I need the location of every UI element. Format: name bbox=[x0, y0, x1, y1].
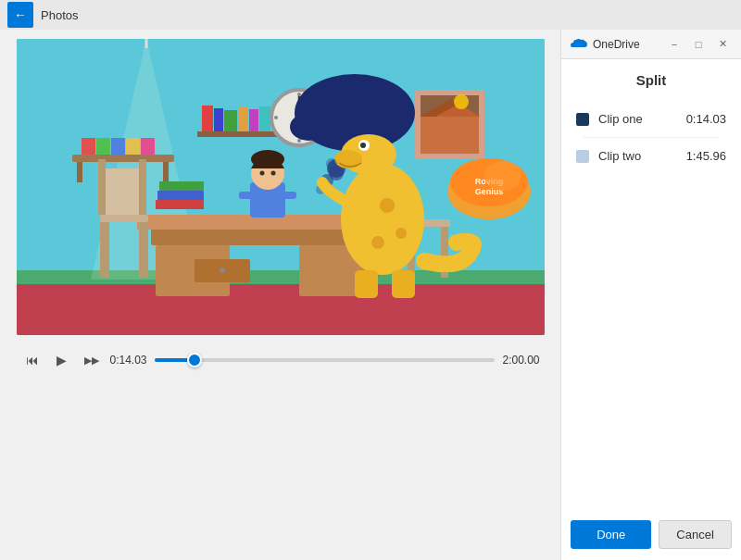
app-title: Photos bbox=[41, 8, 78, 22]
svg-rect-62 bbox=[239, 192, 253, 199]
svg-point-72 bbox=[371, 236, 384, 249]
rewind-icon: ⏮ bbox=[26, 353, 39, 367]
clip-item-2: Clip two 1:45.96 bbox=[572, 142, 730, 170]
svg-rect-13 bbox=[197, 131, 281, 137]
svg-rect-73 bbox=[355, 270, 378, 298]
onedrive-icon bbox=[569, 38, 587, 51]
title-bar: ← Photos bbox=[0, 0, 741, 30]
svg-rect-17 bbox=[238, 107, 248, 131]
svg-rect-52 bbox=[98, 159, 106, 215]
svg-rect-7 bbox=[163, 162, 169, 182]
svg-rect-2 bbox=[17, 284, 545, 335]
fastforward-icon: ▶▶ bbox=[84, 355, 99, 367]
svg-rect-49 bbox=[100, 222, 109, 278]
back-button[interactable]: ← bbox=[7, 2, 33, 28]
timeline-container[interactable] bbox=[155, 351, 496, 369]
svg-rect-5 bbox=[72, 155, 174, 162]
clip-1-name: Clip one bbox=[598, 112, 677, 126]
svg-rect-11 bbox=[126, 138, 140, 155]
done-button[interactable]: Done bbox=[571, 520, 651, 549]
minimize-button[interactable]: − bbox=[663, 33, 685, 56]
timeline-row: ⏮ ▶ ▶▶ 0:14.03 bbox=[21, 349, 540, 371]
main-content: Roving Genius ⏮ ▶ ▶▶ 0:1 bbox=[0, 30, 741, 560]
svg-rect-46 bbox=[157, 191, 204, 200]
svg-point-38 bbox=[454, 94, 469, 109]
svg-point-43 bbox=[220, 268, 225, 273]
svg-point-61 bbox=[270, 171, 275, 176]
svg-point-69 bbox=[360, 143, 366, 148]
svg-rect-53 bbox=[139, 159, 146, 215]
close-button[interactable]: ✕ bbox=[711, 33, 734, 56]
scene-svg: Roving Genius bbox=[17, 39, 545, 335]
svg-rect-9 bbox=[96, 138, 110, 155]
svg-rect-8 bbox=[82, 138, 95, 155]
svg-rect-16 bbox=[224, 110, 237, 131]
total-time: 2:00.00 bbox=[502, 354, 539, 367]
clip-2-color bbox=[576, 150, 589, 163]
svg-rect-74 bbox=[392, 270, 415, 298]
svg-point-27 bbox=[274, 116, 278, 119]
svg-rect-45 bbox=[156, 200, 204, 209]
svg-point-71 bbox=[396, 228, 407, 239]
divider bbox=[584, 137, 719, 138]
svg-rect-18 bbox=[249, 109, 258, 131]
svg-point-70 bbox=[380, 198, 395, 213]
svg-rect-47 bbox=[159, 181, 204, 191]
rewind-button[interactable]: ⏮ bbox=[21, 349, 44, 371]
svg-point-81 bbox=[484, 161, 521, 191]
controls-area: ⏮ ▶ ▶▶ 0:14.03 bbox=[17, 335, 545, 380]
svg-rect-35 bbox=[421, 117, 479, 154]
clip-item-1: Clip one 0:14.03 bbox=[572, 105, 730, 133]
onedrive-app-name: OneDrive bbox=[593, 38, 640, 51]
svg-rect-14 bbox=[202, 106, 213, 131]
onedrive-title-bar: OneDrive − □ ✕ bbox=[561, 30, 741, 59]
video-frame: Roving Genius bbox=[17, 39, 545, 335]
clip-1-color bbox=[576, 113, 589, 126]
svg-rect-63 bbox=[283, 192, 296, 199]
svg-point-60 bbox=[259, 171, 264, 176]
split-title: Split bbox=[561, 59, 741, 97]
maximize-button[interactable]: □ bbox=[687, 33, 710, 56]
svg-rect-48 bbox=[100, 215, 148, 222]
play-icon: ▶ bbox=[57, 353, 67, 367]
current-time: 0:14.03 bbox=[110, 354, 147, 367]
timeline-thumb[interactable] bbox=[187, 353, 202, 367]
onedrive-title-left: OneDrive bbox=[569, 38, 640, 51]
panel-footer: Done Cancel bbox=[561, 509, 741, 560]
svg-rect-50 bbox=[139, 222, 148, 278]
play-button[interactable]: ▶ bbox=[51, 349, 73, 371]
svg-rect-6 bbox=[77, 162, 82, 182]
svg-rect-15 bbox=[214, 108, 223, 131]
timeline-track[interactable] bbox=[155, 358, 496, 362]
svg-point-24 bbox=[297, 93, 301, 96]
clip-2-time: 1:45.96 bbox=[686, 149, 726, 163]
svg-point-76 bbox=[326, 158, 337, 169]
clips-list: Clip one 0:14.03 Clip two 1:45.96 bbox=[561, 97, 741, 509]
clip-1-time: 0:14.03 bbox=[686, 112, 726, 126]
svg-point-29 bbox=[290, 113, 327, 141]
svg-rect-19 bbox=[259, 106, 270, 131]
fastforward-button[interactable]: ▶▶ bbox=[81, 349, 103, 371]
photos-area: Roving Genius ⏮ ▶ ▶▶ 0:1 bbox=[0, 30, 560, 560]
window-controls: − □ ✕ bbox=[663, 33, 734, 56]
svg-point-26 bbox=[297, 139, 301, 143]
clip-2-name: Clip two bbox=[598, 149, 677, 163]
cancel-button[interactable]: Cancel bbox=[659, 520, 731, 549]
svg-rect-12 bbox=[141, 138, 155, 155]
svg-rect-10 bbox=[111, 138, 125, 155]
right-panel: OneDrive − □ ✕ Split Clip one 0:14.03 Cl… bbox=[560, 30, 741, 560]
